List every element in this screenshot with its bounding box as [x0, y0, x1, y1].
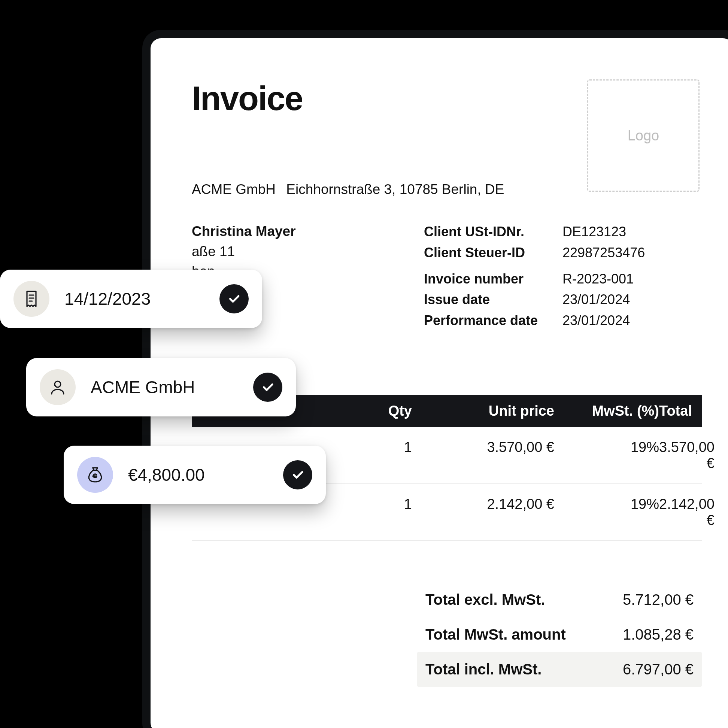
issue-date-label: Issue date — [424, 289, 563, 310]
totals-block: Total excl. MwSt.5.712,00 € Total MwSt. … — [192, 582, 702, 687]
logo-text: Logo — [628, 128, 659, 144]
invoice-number-label: Invoice number — [424, 269, 563, 289]
row-total: 2.142,00 € — [659, 496, 714, 528]
row-unit: 3.570,00 € — [412, 439, 554, 471]
col-unit: Unit price — [412, 403, 554, 419]
row-qty: 1 — [337, 496, 412, 528]
total-incl-label: Total incl. MwSt. — [425, 661, 541, 678]
col-qty: Qty — [337, 403, 412, 419]
total-excl-value: 5.712,00 € — [623, 591, 694, 608]
client-tax-label: Client Steuer-ID — [424, 242, 563, 263]
client-tax-value: 22987253476 — [563, 242, 702, 263]
row-total: 3.570,00 € — [659, 439, 714, 471]
svg-point-0 — [55, 381, 61, 387]
client-vat-value: DE123123 — [563, 221, 702, 242]
invoice-meta-block: Client USt-IDNr.DE123123 Client Steuer-I… — [424, 221, 702, 331]
check-icon — [219, 284, 249, 314]
extracted-client-chip[interactable]: ACME GmbH — [26, 358, 296, 416]
performance-date-label: Performance date — [424, 310, 563, 331]
row-vat: 19% — [554, 439, 659, 471]
check-icon — [283, 460, 312, 489]
sender-company: ACME GmbH — [192, 182, 275, 197]
extracted-amount-chip[interactable]: €4,800.00 — [64, 446, 326, 504]
row-vat: 19% — [554, 496, 659, 528]
total-incl-value: 6.797,00 € — [623, 661, 694, 678]
person-icon — [40, 369, 76, 405]
logo-placeholder: Logo — [587, 80, 699, 192]
chip-date-value: 14/12/2023 — [64, 289, 197, 309]
total-excl-label: Total excl. MwSt. — [425, 591, 545, 608]
money-bag-icon — [77, 457, 113, 493]
receipt-icon — [14, 281, 49, 317]
recipient-name: Christina Mayer — [192, 221, 401, 242]
sender-address: Eichhornstraße 3, 10785 Berlin, DE — [286, 182, 504, 197]
total-vat-value: 1.085,28 € — [623, 626, 694, 643]
invoice-number-value: R-2023-001 — [563, 269, 702, 289]
chip-client-value: ACME GmbH — [91, 377, 231, 397]
performance-date-value: 23/01/2024 — [563, 310, 702, 331]
total-vat-label: Total MwSt. amount — [425, 626, 566, 643]
issue-date-value: 23/01/2024 — [563, 289, 702, 310]
extracted-date-chip[interactable]: 14/12/2023 — [0, 270, 262, 328]
chip-amount-value: €4,800.00 — [128, 465, 261, 485]
row-unit: 2.142,00 € — [412, 496, 554, 528]
recipient-street: aße 11 — [192, 242, 401, 262]
check-icon — [253, 373, 282, 402]
col-total: Total — [659, 403, 692, 419]
col-vat: MwSt. (%) — [554, 403, 659, 419]
row-qty: 1 — [337, 439, 412, 471]
client-vat-label: Client USt-IDNr. — [424, 221, 563, 242]
